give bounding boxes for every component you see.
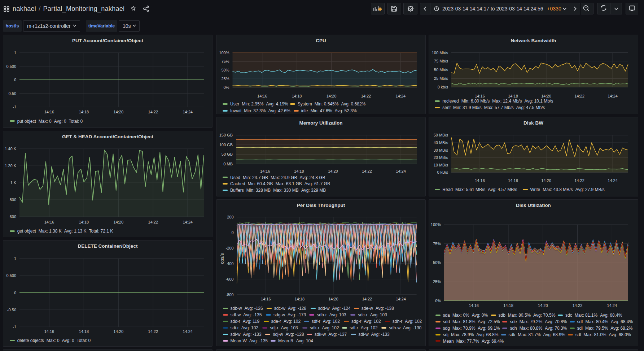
svg-text:14:24: 14:24 (396, 169, 406, 173)
svg-text:0%: 0% (435, 299, 441, 303)
svg-text:14:22: 14:22 (148, 220, 158, 224)
svg-text:14:24: 14:24 (396, 94, 406, 98)
svg-text:14:18: 14:18 (295, 297, 305, 301)
svg-text:50 Mb/s: 50 Mb/s (434, 68, 448, 72)
svg-text:100 GB: 100 GB (219, 143, 233, 147)
svg-text:14:16: 14:16 (44, 329, 54, 334)
svg-text:14:18: 14:18 (503, 303, 513, 308)
svg-text:14:18: 14:18 (79, 329, 89, 334)
svg-text:14:18: 14:18 (508, 94, 518, 98)
svg-text:14:20: 14:20 (328, 169, 338, 173)
svg-text:14:20: 14:20 (114, 329, 124, 334)
svg-text:150 GB: 150 GB (219, 133, 233, 137)
svg-text:14:16: 14:16 (257, 94, 267, 98)
svg-text:14:16: 14:16 (475, 94, 485, 98)
svg-text:0: 0 (231, 230, 233, 235)
svg-text:200: 200 (227, 215, 233, 219)
svg-text:14:18: 14:18 (79, 220, 89, 224)
svg-text:ops/s: ops/s (220, 253, 225, 264)
svg-text:0 MB: 0 MB (223, 162, 233, 166)
svg-text:-1: -1 (13, 105, 16, 109)
svg-text:14:18: 14:18 (79, 110, 89, 114)
svg-text:-400: -400 (225, 261, 233, 266)
svg-text:14:16: 14:16 (44, 220, 54, 224)
svg-text:1: 1 (14, 51, 16, 55)
svg-text:14:20: 14:20 (327, 94, 337, 98)
svg-text:14:20: 14:20 (114, 220, 124, 224)
svg-text:14:20: 14:20 (541, 178, 551, 183)
svg-text:50 MB/s: 50 MB/s (434, 133, 448, 137)
svg-text:1.40 K: 1.40 K (5, 147, 16, 151)
svg-text:800: 800 (10, 198, 16, 202)
svg-text:10 MB/s: 10 MB/s (434, 163, 448, 167)
svg-text:14:20: 14:20 (538, 303, 548, 308)
svg-text:-200: -200 (225, 246, 233, 250)
svg-text:0%: 0% (224, 85, 229, 90)
svg-text:14:24: 14:24 (608, 94, 618, 98)
svg-text:14:24: 14:24 (183, 329, 193, 334)
svg-text:600: 600 (10, 214, 16, 219)
svg-text:1: 1 (14, 256, 16, 261)
svg-text:14:20: 14:20 (114, 110, 124, 114)
svg-text:14:24: 14:24 (183, 110, 193, 114)
svg-text:75%: 75% (221, 59, 229, 64)
svg-text:0 kB/s: 0 kB/s (437, 170, 448, 174)
svg-text:30 MB/s: 30 MB/s (434, 148, 448, 152)
svg-text:14:16: 14:16 (469, 303, 479, 308)
svg-text:14:24: 14:24 (607, 303, 617, 308)
svg-text:25%: 25% (221, 77, 229, 81)
svg-text:14:22: 14:22 (574, 178, 584, 183)
svg-text:14:22: 14:22 (573, 303, 583, 308)
svg-text:14:22: 14:22 (574, 94, 584, 98)
svg-text:14:24: 14:24 (183, 220, 193, 224)
svg-text:1.20 K: 1.20 K (5, 164, 16, 168)
svg-text:14:22: 14:22 (362, 297, 372, 301)
svg-text:-0.50: -0.50 (7, 308, 16, 312)
svg-text:-800: -800 (225, 292, 233, 297)
svg-text:14:16: 14:16 (260, 169, 270, 173)
svg-text:0: 0 (14, 291, 16, 295)
svg-text:14:16: 14:16 (475, 178, 485, 183)
svg-text:0 kb/s: 0 kb/s (438, 85, 448, 89)
svg-text:50%: 50% (433, 260, 441, 265)
svg-text:0: 0 (14, 78, 16, 82)
svg-text:0.500: 0.500 (6, 273, 16, 278)
svg-text:100 Mb/s: 100 Mb/s (432, 51, 448, 55)
svg-text:14:20: 14:20 (328, 297, 338, 301)
svg-text:100%: 100% (431, 222, 441, 227)
svg-text:14:16: 14:16 (261, 297, 271, 301)
svg-text:14:16: 14:16 (44, 110, 54, 114)
svg-text:20 MB/s: 20 MB/s (434, 155, 448, 160)
svg-text:14:20: 14:20 (541, 94, 551, 98)
svg-text:75 Mb/s: 75 Mb/s (434, 59, 448, 63)
svg-text:75%: 75% (433, 242, 441, 246)
svg-text:-1: -1 (13, 325, 16, 329)
svg-text:25%: 25% (433, 280, 441, 284)
svg-text:25 Mb/s: 25 Mb/s (434, 76, 448, 81)
svg-text:100%: 100% (219, 51, 229, 55)
svg-text:14:24: 14:24 (608, 178, 618, 183)
svg-text:50 GB: 50 GB (222, 152, 233, 156)
svg-text:-0.50: -0.50 (7, 91, 16, 96)
svg-text:14:18: 14:18 (508, 178, 518, 183)
svg-text:14:18: 14:18 (292, 94, 302, 98)
svg-text:14:22: 14:22 (362, 169, 372, 173)
svg-text:14:18: 14:18 (294, 169, 304, 173)
svg-text:14:24: 14:24 (396, 297, 406, 301)
svg-text:-600: -600 (225, 277, 233, 281)
svg-text:0.500: 0.500 (6, 64, 16, 69)
svg-text:40 MB/s: 40 MB/s (434, 140, 448, 145)
svg-text:14:22: 14:22 (148, 329, 158, 334)
svg-text:14:22: 14:22 (148, 110, 158, 114)
svg-text:1 K: 1 K (10, 181, 16, 185)
svg-text:14:22: 14:22 (361, 94, 371, 98)
svg-text:50%: 50% (221, 68, 229, 72)
